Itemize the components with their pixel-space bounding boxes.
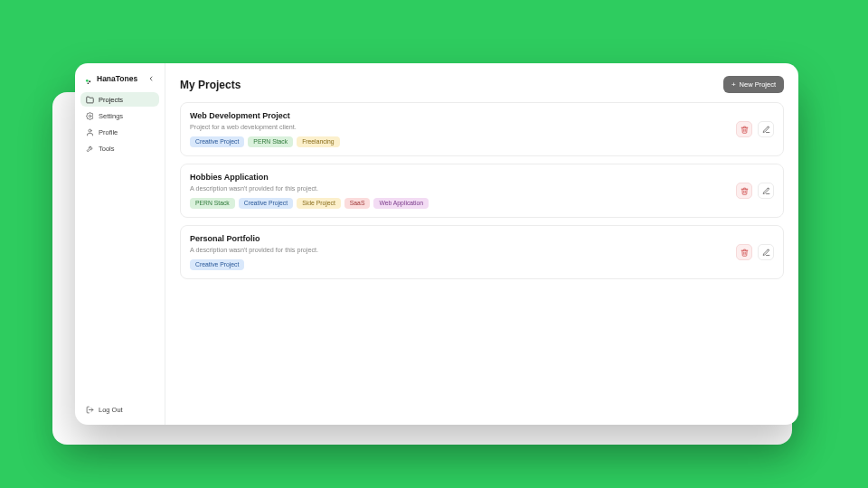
project-tag-row: PERN StackCreative ProjectSide ProjectSa… <box>190 198 727 209</box>
tag: Freelancing <box>297 136 340 147</box>
gear-icon <box>86 112 94 120</box>
project-title: Personal Portfolio <box>190 234 727 243</box>
page-title: My Projects <box>180 79 241 91</box>
logout-button[interactable]: Log Out <box>80 402 159 418</box>
sidebar-item-label: Settings <box>99 112 123 120</box>
delete-project-button[interactable] <box>736 121 752 137</box>
sidebar-item-settings[interactable]: Settings <box>80 108 159 123</box>
pencil-icon <box>762 249 770 257</box>
pencil-icon <box>762 126 770 134</box>
logout-icon <box>86 406 94 414</box>
tag: Creative Project <box>239 198 293 209</box>
project-actions <box>736 111 774 147</box>
sidebar-item-tools[interactable]: Tools <box>80 141 159 155</box>
sidebar-item-profile[interactable]: Profile <box>80 125 159 139</box>
plus-icon: + <box>731 81 736 89</box>
project-body: Personal PortfolioA description wasn't p… <box>190 234 727 270</box>
main-header: My Projects + New Project <box>180 76 784 93</box>
tag: Side Project <box>297 198 341 209</box>
brand: HanaTones <box>80 72 159 92</box>
sidebar-item-label: Projects <box>99 96 123 104</box>
tag: Web Application <box>373 198 429 209</box>
project-title: Hobbies Application <box>190 173 727 182</box>
wrench-icon <box>86 145 94 153</box>
brand-name: HanaTones <box>97 74 137 83</box>
project-title: Web Development Project <box>190 111 727 120</box>
project-card: Personal PortfolioA description wasn't p… <box>180 225 784 279</box>
svg-point-4 <box>89 129 91 132</box>
tag: PERN Stack <box>190 198 235 209</box>
svg-point-2 <box>88 82 90 84</box>
sidebar: HanaTones ProjectsSettingsProfileTools L… <box>75 63 165 425</box>
edit-project-button[interactable] <box>758 121 774 137</box>
project-list: Web Development ProjectProject for a web… <box>180 102 784 279</box>
project-description: Project for a web development client. <box>190 123 727 131</box>
project-tag-row: Creative ProjectPERN StackFreelancing <box>190 136 727 147</box>
svg-point-3 <box>89 115 90 117</box>
brand-logo-icon <box>84 74 93 83</box>
project-body: Hobbies ApplicationA description wasn't … <box>190 173 727 209</box>
new-project-button[interactable]: + New Project <box>723 76 784 93</box>
user-icon <box>86 128 94 136</box>
edit-project-button[interactable] <box>758 183 774 199</box>
project-description: A description wasn't provided for this p… <box>190 246 727 254</box>
trash-icon <box>741 187 749 195</box>
tag: SaaS <box>344 198 371 209</box>
pencil-icon <box>762 187 770 195</box>
main-content: My Projects + New Project Web Developmen… <box>165 63 798 425</box>
project-body: Web Development ProjectProject for a web… <box>190 111 727 147</box>
project-card: Hobbies ApplicationA description wasn't … <box>180 164 784 218</box>
sidebar-item-projects[interactable]: Projects <box>80 92 159 107</box>
new-project-label: New Project <box>740 80 776 89</box>
app-window: HanaTones ProjectsSettingsProfileTools L… <box>75 63 798 425</box>
folder-icon <box>86 96 94 104</box>
project-description: A description wasn't provided for this p… <box>190 184 727 192</box>
sidebar-nav: ProjectsSettingsProfileTools <box>80 92 159 155</box>
collapse-sidebar-button[interactable] <box>146 74 156 83</box>
delete-project-button[interactable] <box>736 183 752 199</box>
sidebar-item-label: Profile <box>99 128 118 136</box>
trash-icon <box>741 249 749 257</box>
tag: Creative Project <box>190 136 244 147</box>
sidebar-item-label: Tools <box>99 145 115 153</box>
project-actions <box>736 234 774 270</box>
tag: PERN Stack <box>248 136 293 147</box>
project-tag-row: Creative Project <box>190 259 727 270</box>
edit-project-button[interactable] <box>758 244 774 260</box>
svg-point-1 <box>89 80 90 82</box>
project-actions <box>736 173 774 209</box>
trash-icon <box>741 126 749 134</box>
delete-project-button[interactable] <box>736 244 752 260</box>
logout-label: Log Out <box>99 406 123 414</box>
svg-point-0 <box>86 80 89 82</box>
project-card: Web Development ProjectProject for a web… <box>180 102 784 156</box>
chevron-left-icon <box>147 75 155 82</box>
tag: Creative Project <box>190 259 244 270</box>
